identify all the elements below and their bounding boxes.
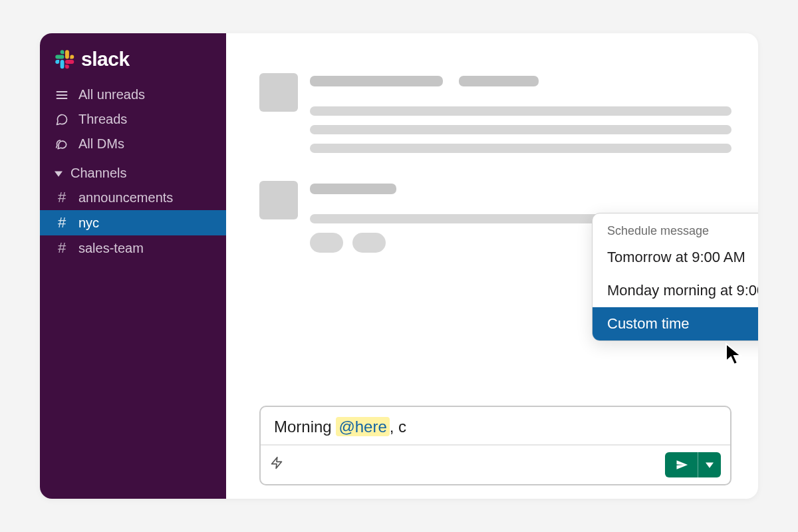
composer-mention: @here [336,417,389,436]
composer-input[interactable]: Morning @here, c [261,407,730,444]
svg-marker-5 [706,462,714,467]
schedule-menu-title: Schedule message [593,213,758,241]
channel-label: announcements [78,190,173,205]
placeholder-line [310,125,732,134]
app-window: slack All unreads Threads All DMs [40,33,758,499]
caret-down-icon [55,166,63,181]
reaction-chip [310,233,343,253]
channels-section-header[interactable]: Channels [40,156,226,185]
cursor-icon [725,342,743,369]
svg-marker-6 [726,344,741,364]
threads-icon [55,113,69,126]
sidebar-item-label: All DMs [78,136,124,152]
composer-text-suffix: , c [390,418,406,436]
channel-label: sales-team [78,241,144,256]
send-button[interactable] [665,452,698,477]
hash-icon: # [55,214,69,231]
svg-marker-4 [272,458,282,469]
avatar-placeholder [259,73,298,112]
channel-label: nyc [78,215,99,231]
unreads-icon [55,88,69,102]
sidebar-item-threads[interactable]: Threads [40,107,226,132]
composer-toolbar [261,444,730,484]
send-options-button[interactable] [698,452,721,477]
composer-text-prefix: Morning [274,418,336,436]
avatar-placeholder [259,181,298,219]
hash-icon: # [55,239,69,257]
schedule-option-tomorrow[interactable]: Tomorrow at 9:00 AM [593,241,758,274]
slack-logo-icon [55,49,74,69]
placeholder-line [310,184,396,194]
sidebar-item-all-unreads[interactable]: All unreads [40,82,226,107]
channel-announcements[interactable]: # announcements [40,185,226,210]
channels-header-label: Channels [70,166,127,181]
message-lines [310,73,732,162]
workspace-logo[interactable]: slack [40,48,226,82]
sidebar: slack All unreads Threads All DMs [40,33,226,499]
svg-marker-3 [55,171,63,176]
schedule-option-monday[interactable]: Monday morning at 9:00 AM [593,274,758,307]
placeholder-line [310,76,443,86]
message-placeholder [259,73,732,162]
placeholder-line [310,106,732,116]
sidebar-item-all-dms[interactable]: All DMs [40,132,226,156]
send-button-group [665,452,721,477]
hash-icon: # [55,189,69,206]
sidebar-item-label: All unreads [78,87,145,102]
channel-view: Morning @here, c Schedule message [226,33,758,499]
reaction-chip [352,233,386,253]
sidebar-item-label: Threads [78,112,127,127]
schedule-message-menu: Schedule message Tomorrow at 9:00 AM Mon… [592,213,758,341]
brand-name: slack [81,48,130,70]
shortcuts-icon[interactable] [270,456,283,474]
placeholder-line [310,144,732,153]
channel-sales-team[interactable]: # sales-team [40,235,226,261]
placeholder-line [459,76,539,86]
message-composer[interactable]: Morning @here, c [259,406,732,485]
schedule-option-custom[interactable]: Custom time [593,307,758,340]
channel-nyc[interactable]: # nyc [40,210,226,235]
dms-icon [55,138,69,151]
